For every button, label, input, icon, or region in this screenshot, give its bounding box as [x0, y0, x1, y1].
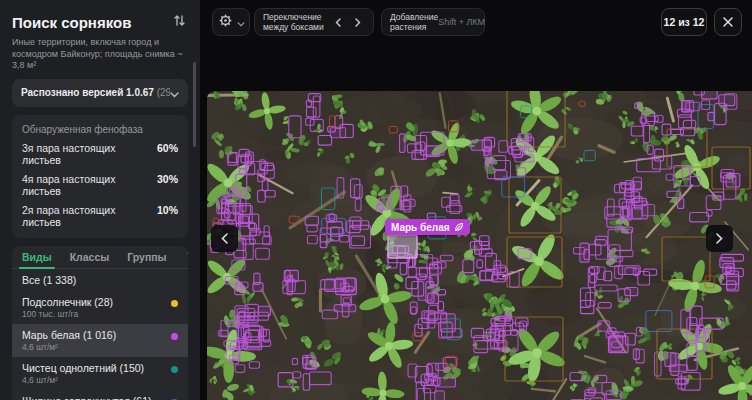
selected-box-label[interactable]: Марь белая [385, 219, 470, 235]
phenophase-row: 3я пара настоящих листьев 60% [22, 142, 178, 166]
switch-boxes-control: Переключение между боксами [254, 8, 374, 36]
phenophase-value: 60% [157, 142, 178, 166]
sidebar-header: Поиск сорняков [0, 12, 200, 32]
phenophase-label: 3я пара настоящих листьев [22, 142, 157, 166]
phenophase-label: 4я пара настоящих листьев [22, 173, 157, 197]
sort-button[interactable] [171, 12, 188, 32]
list-item-lambsquarters[interactable]: Марь белая (1 016) 4,6 шт/м² [12, 324, 188, 357]
main-viewer: Переключение между боксами Добавление ра… [200, 0, 752, 400]
version-text: Распознано версией 1.0.67 (29 Мая 20… [21, 87, 170, 98]
list-item-sunflower[interactable]: Подсолнечник (28) 100 тыс. шт/га [12, 291, 188, 324]
tab-species[interactable]: Виды [22, 246, 52, 268]
weed-search-app: Поиск сорняков Иные территории, включая … [0, 0, 752, 400]
gear-icon [218, 13, 233, 32]
add-plant-button[interactable]: Добавление растения Shift + ЛКМ [381, 8, 485, 36]
phenophase-row: 4я пара настоящих листьев 30% [22, 173, 178, 197]
leaf-icon [454, 222, 464, 232]
phenophase-value: 10% [157, 204, 178, 228]
next-box-toolbar-button[interactable] [351, 9, 365, 35]
phenophase-row: 2я пара настоящих листьев 10% [22, 204, 178, 228]
species-tabs: Виды Классы Группы [12, 246, 188, 269]
close-button[interactable] [714, 8, 742, 36]
list-item-amaranth[interactable]: Щирица запрокинутая (61) 16,5 шт/м² [12, 390, 188, 400]
species-list: Все (1 338) Подсолнечник (28) 100 тыс. ш… [12, 269, 188, 400]
detection-boxes-svg [207, 91, 752, 400]
tab-classes[interactable]: Классы [70, 246, 110, 268]
chevron-down-icon [237, 13, 245, 31]
phenophase-title: Обнаруженная фенофаза [22, 124, 178, 135]
species-color-dot [171, 333, 178, 340]
add-plant-label: Добавление растения [390, 12, 438, 32]
filter-button[interactable] [185, 247, 188, 266]
next-box-button[interactable] [706, 225, 733, 252]
sidebar-scrollbar[interactable] [193, 62, 196, 147]
species-color-dot [171, 366, 178, 373]
prev-box-button[interactable] [211, 225, 238, 252]
tab-groups[interactable]: Группы [127, 246, 166, 268]
phenophase-card: Обнаруженная фенофаза 3я пара настоящих … [12, 115, 188, 238]
species-color-dot [171, 300, 178, 307]
chevron-down-icon [170, 84, 179, 102]
area-description: Иные территории, включая город и космодр… [12, 37, 188, 72]
sidebar: Поиск сорняков Иные территории, включая … [0, 0, 200, 400]
species-card: Виды Классы Группы Все (1 338) По [12, 246, 188, 400]
close-icon [723, 13, 733, 31]
add-plant-hotkey: Shift + ЛКМ [438, 17, 485, 27]
sort-icon [173, 14, 186, 30]
phenophase-label: 2я пара настоящих листьев [22, 204, 157, 228]
filter-icon [187, 249, 188, 264]
version-label: Распознано версией 1.0.67 [21, 87, 154, 98]
box-counter[interactable]: 12 из 12 [661, 8, 707, 36]
page-title: Поиск сорняков [12, 14, 131, 31]
switch-boxes-label: Переключение между боксами [263, 12, 325, 32]
field-image[interactable]: Марь белая [207, 91, 752, 400]
selected-box-label-text: Марь белая [391, 222, 450, 233]
settings-button[interactable] [212, 8, 250, 36]
prev-box-toolbar-button[interactable] [331, 9, 345, 35]
list-item-all[interactable]: Все (1 338) [12, 269, 188, 291]
version-date: (29 Мая 20… [157, 87, 170, 98]
phenophase-value: 30% [157, 173, 178, 197]
version-dropdown[interactable]: Распознано версией 1.0.67 (29 Мая 20… [12, 79, 188, 107]
list-item-woundwort[interactable]: Чистец однолетний (150) 4,6 шт/м² [12, 357, 188, 390]
